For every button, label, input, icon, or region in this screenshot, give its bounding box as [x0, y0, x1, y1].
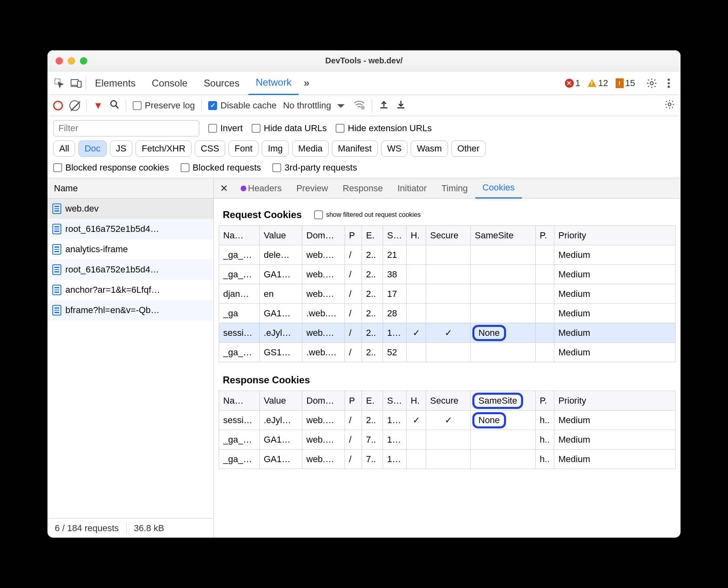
- errors-badge[interactable]: ✕1: [565, 78, 580, 89]
- panel-settings-gear-icon[interactable]: [664, 99, 675, 112]
- cookie-row[interactable]: djan…enweb.…/2..17Medium: [219, 284, 676, 304]
- show-filtered-checkbox[interactable]: show filtered out request cookies: [314, 210, 421, 219]
- tab-overflow-icon[interactable]: »: [300, 77, 312, 89]
- blocked-requests-checkbox[interactable]: Blocked requests: [181, 162, 261, 173]
- cookie-row[interactable]: sessi….eJyl…web.…/2..1…✓✓Noneh..Medium: [219, 411, 676, 430]
- column-header[interactable]: SameSite: [471, 226, 536, 245]
- column-header[interactable]: E.: [362, 391, 383, 411]
- column-header[interactable]: Na…: [219, 391, 260, 411]
- name-column-header[interactable]: Name: [47, 178, 213, 199]
- column-header[interactable]: S…: [383, 226, 407, 245]
- download-har-icon[interactable]: [396, 99, 406, 112]
- kebab-menu-icon[interactable]: [661, 76, 676, 91]
- svg-point-6: [668, 82, 670, 84]
- hide-data-urls-checkbox[interactable]: Hide data URLs: [252, 123, 327, 134]
- request-row[interactable]: bframe?hl=en&v=-Qb…: [47, 300, 213, 320]
- column-header[interactable]: Priority: [554, 226, 676, 245]
- chip-css[interactable]: CSS: [195, 141, 225, 157]
- request-row[interactable]: root_616a752e1b5d4…: [47, 219, 213, 239]
- chip-ws[interactable]: WS: [381, 141, 407, 157]
- throttling-select[interactable]: No throttling: [283, 100, 347, 111]
- clear-button[interactable]: [69, 100, 80, 111]
- svg-point-5: [668, 78, 670, 81]
- window-title: DevTools - web.dev/: [47, 56, 681, 65]
- settings-gear-icon[interactable]: [644, 76, 659, 91]
- document-icon: [52, 224, 61, 234]
- device-toggle-icon[interactable]: [69, 76, 84, 91]
- status-bar: 6 / 184 requests 36.8 kB: [47, 518, 213, 538]
- column-header[interactable]: Priority: [554, 391, 676, 411]
- cookie-row[interactable]: _gaGA1….web.…/2..28Medium: [219, 304, 676, 323]
- column-header[interactable]: P: [345, 391, 362, 411]
- chip-wasm[interactable]: Wasm: [411, 141, 448, 157]
- document-icon: [52, 244, 61, 255]
- indicator-dot-icon: [241, 186, 246, 191]
- document-icon: [52, 264, 61, 275]
- chip-manifest[interactable]: Manifest: [332, 141, 378, 157]
- request-row[interactable]: anchor?ar=1&k=6Lfqf…: [47, 280, 213, 300]
- column-header[interactable]: Dom…: [302, 226, 345, 245]
- request-row[interactable]: root_616a752e1b5d4…: [47, 259, 213, 280]
- column-header[interactable]: P.: [536, 391, 554, 411]
- chip-font[interactable]: Font: [228, 141, 258, 157]
- cookie-row[interactable]: _ga_…dele…web.…/2..21Medium: [219, 245, 676, 265]
- inspect-element-icon[interactable]: [52, 76, 67, 91]
- blocked-response-cookies-checkbox[interactable]: Blocked response cookies: [53, 162, 169, 173]
- issues-badge[interactable]: !15: [616, 78, 635, 89]
- invert-checkbox[interactable]: Invert: [208, 123, 243, 134]
- chip-fetchxhr[interactable]: Fetch/XHR: [136, 141, 192, 157]
- tab-elements[interactable]: Elements: [88, 71, 143, 95]
- request-row[interactable]: web.dev: [47, 199, 213, 219]
- detail-tab-preview[interactable]: Preview: [289, 178, 335, 199]
- cookie-row[interactable]: _ga_…GA1…web.…/7..1…h..Medium: [219, 450, 676, 469]
- detail-tab-headers[interactable]: Headers: [233, 178, 289, 199]
- detail-tab-initiator[interactable]: Initiator: [390, 178, 434, 199]
- column-header[interactable]: P.: [536, 226, 554, 245]
- filter-input[interactable]: [53, 120, 199, 136]
- column-header[interactable]: H.: [407, 391, 426, 411]
- detail-tab-response[interactable]: Response: [335, 178, 390, 199]
- extra-filters-row: Blocked response cookies Blocked request…: [47, 161, 681, 178]
- cookie-row[interactable]: sessi….eJyl…web.…/2..1…✓✓NoneMedium: [219, 323, 676, 343]
- close-detail-icon[interactable]: ✕: [217, 182, 231, 195]
- svg-point-8: [111, 101, 116, 106]
- preserve-log-checkbox[interactable]: Preserve log: [133, 100, 195, 111]
- column-header[interactable]: Value: [260, 391, 302, 411]
- upload-har-icon[interactable]: [379, 99, 389, 112]
- column-header[interactable]: H.: [407, 226, 426, 245]
- hide-extension-urls-checkbox[interactable]: Hide extension URLs: [336, 123, 432, 134]
- request-row[interactable]: analytics-iframe: [47, 239, 213, 259]
- third-party-checkbox[interactable]: 3rd-party requests: [272, 162, 357, 173]
- column-header[interactable]: Secure: [426, 226, 471, 245]
- column-header[interactable]: Value: [260, 226, 302, 245]
- network-conditions-icon[interactable]: [353, 99, 365, 112]
- cookie-row[interactable]: _ga_…GA1…web.…/2..38Medium: [219, 265, 676, 284]
- column-header[interactable]: E.: [362, 226, 383, 245]
- tab-console[interactable]: Console: [144, 71, 195, 95]
- column-header[interactable]: Na…: [219, 226, 260, 245]
- chip-other[interactable]: Other: [451, 141, 486, 157]
- record-button[interactable]: [53, 101, 63, 110]
- detail-tab-timing[interactable]: Timing: [434, 178, 475, 199]
- column-header[interactable]: Secure: [426, 391, 471, 411]
- column-header[interactable]: SameSite: [471, 391, 536, 411]
- type-filter-chips: AllDocJSFetch/XHRCSSFontImgMediaManifest…: [47, 138, 681, 161]
- chip-doc[interactable]: Doc: [78, 141, 106, 157]
- cookie-row[interactable]: _ga_…GS1….web.…/2..52Medium: [219, 343, 676, 362]
- column-header[interactable]: Dom…: [302, 391, 345, 411]
- filter-toggle-icon[interactable]: ▼: [93, 100, 103, 111]
- disable-cache-checkbox[interactable]: Disable cache: [208, 100, 276, 111]
- tab-sources[interactable]: Sources: [196, 71, 247, 95]
- column-header[interactable]: P: [345, 226, 362, 245]
- warnings-badge[interactable]: 12: [588, 78, 608, 89]
- column-header[interactable]: S…: [383, 391, 407, 411]
- search-icon[interactable]: [110, 99, 119, 112]
- chip-all[interactable]: All: [53, 141, 75, 157]
- cookie-row[interactable]: _ga_…GA1…web.…/7..1…h..Medium: [219, 430, 676, 450]
- chip-media[interactable]: Media: [292, 141, 329, 157]
- detail-tab-cookies[interactable]: Cookies: [475, 178, 522, 199]
- tab-network[interactable]: Network: [248, 71, 299, 95]
- chip-img[interactable]: Img: [262, 141, 289, 157]
- response-cookies-title: Response Cookies: [223, 374, 310, 386]
- chip-js[interactable]: JS: [110, 141, 133, 157]
